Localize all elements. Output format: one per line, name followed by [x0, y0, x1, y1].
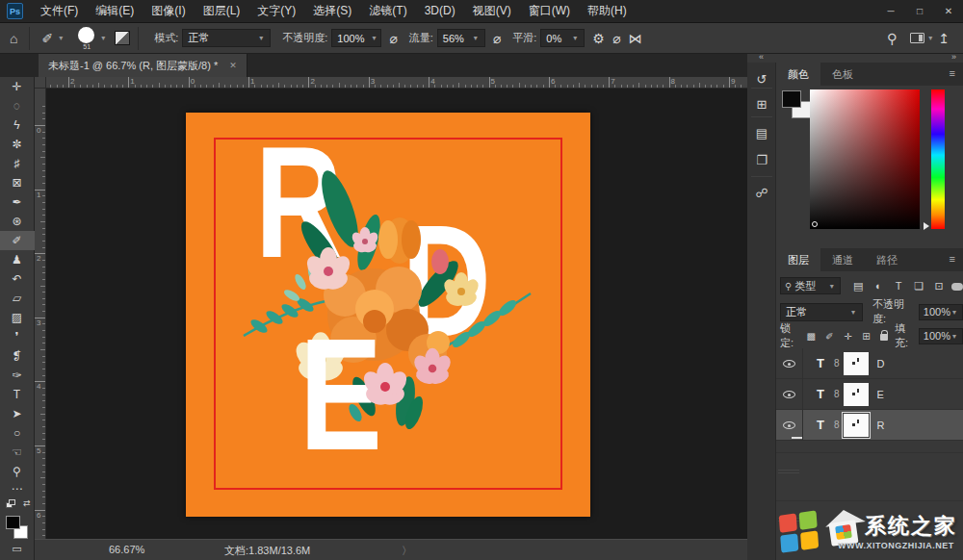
- layer-name[interactable]: D: [877, 358, 885, 369]
- chevron-down-icon[interactable]: ▾: [926, 34, 934, 42]
- filter-type-layers-icon[interactable]: T: [889, 280, 909, 293]
- path-select-tool[interactable]: ➤: [0, 404, 35, 423]
- lock-artboard-icon[interactable]: ⊞: [857, 331, 875, 342]
- toggle-brush-panel-icon[interactable]: [115, 31, 130, 45]
- zoom-level[interactable]: 66.67%: [109, 544, 144, 555]
- menu-window[interactable]: 窗口(W): [520, 0, 579, 22]
- menu-3d[interactable]: 3D(D): [416, 0, 464, 22]
- blur-tool[interactable]: ❜: [0, 327, 35, 346]
- dodge-tool[interactable]: ❡: [0, 346, 35, 366]
- hue-slider-marker[interactable]: [924, 222, 929, 230]
- filter-shape-layers-icon[interactable]: ❏: [909, 280, 929, 293]
- chevron-down-icon[interactable]: ▾: [57, 34, 65, 42]
- swap-colors-icon[interactable]: ⇄: [23, 498, 31, 508]
- layer-mask-link-icon[interactable]: 8: [834, 389, 840, 399]
- brush-tool-icon[interactable]: ✐: [38, 31, 57, 46]
- flow-select[interactable]: 56%▾: [437, 29, 485, 47]
- layer-mask-thumbnail[interactable]: [844, 352, 869, 375]
- gear-icon[interactable]: ⚙: [588, 31, 609, 46]
- pen-pressure-icon[interactable]: ⌀: [609, 31, 624, 46]
- eyedropper-tool[interactable]: ✒: [0, 192, 35, 212]
- tab-layers[interactable]: 图层: [776, 248, 820, 271]
- chevron-down-icon[interactable]: ▾: [99, 34, 107, 42]
- tab-color[interactable]: 颜色: [776, 63, 820, 86]
- ruler-origin-corner[interactable]: [35, 77, 46, 89]
- lasso-tool[interactable]: ϟ: [0, 115, 35, 135]
- menu-type[interactable]: 文字(Y): [248, 0, 304, 22]
- layer-filter-select[interactable]: ⚲ 类型 ▾: [780, 277, 841, 294]
- history-brush-tool[interactable]: ↶: [0, 269, 35, 289]
- layer-row-e[interactable]: T 8 E: [776, 379, 963, 410]
- expand-panels-icon[interactable]: »: [951, 52, 955, 62]
- history-panel-icon[interactable]: ↺: [747, 68, 776, 89]
- filter-smart-objects-icon[interactable]: ⊡: [929, 280, 950, 293]
- minimize-button[interactable]: ─: [876, 0, 905, 22]
- eraser-tool[interactable]: ▱: [0, 289, 35, 308]
- layer-blend-mode-select[interactable]: 正常▾: [780, 303, 863, 321]
- text-layer-thumbnail[interactable]: T: [811, 356, 830, 370]
- airbrush-opacity-icon[interactable]: ⌀: [385, 31, 401, 46]
- blend-mode-select[interactable]: 正常▾: [182, 29, 271, 47]
- brush-tool[interactable]: ✐: [0, 231, 35, 250]
- clone-stamp-tool[interactable]: ♟: [0, 250, 35, 269]
- marquee-tool[interactable]: ◌: [0, 96, 35, 115]
- visibility-eye-icon[interactable]: [783, 360, 795, 368]
- text-layer-thumbnail[interactable]: T: [811, 418, 830, 432]
- healing-brush-tool[interactable]: ⊛: [0, 212, 35, 231]
- gradient-tool[interactable]: ▨: [0, 308, 35, 327]
- move-tool[interactable]: ✛: [0, 77, 35, 96]
- visibility-eye-icon[interactable]: [783, 421, 795, 429]
- smoothing-select[interactable]: 0%▾: [540, 29, 585, 47]
- lock-position-icon[interactable]: ✛: [839, 331, 857, 342]
- lock-all-icon[interactable]: [880, 334, 888, 341]
- visibility-cell[interactable]: [776, 379, 803, 410]
- pen-tool[interactable]: ✑: [0, 366, 35, 385]
- layer-mask-link-icon[interactable]: 8: [834, 420, 840, 430]
- crop-tool[interactable]: ♯: [0, 154, 35, 173]
- close-tab-icon[interactable]: ✕: [229, 61, 237, 70]
- layer-mask-thumbnail[interactable]: [844, 414, 869, 437]
- zoom-tool[interactable]: ⚲: [0, 462, 35, 481]
- tab-channels[interactable]: 通道: [820, 248, 865, 271]
- panel-menu-icon[interactable]: ≡: [942, 248, 963, 271]
- lock-pixels-icon[interactable]: ✐: [820, 331, 839, 342]
- maximize-button[interactable]: □: [905, 0, 934, 22]
- color-field-marker[interactable]: [812, 221, 818, 227]
- lock-transparent-icon[interactable]: ▩: [802, 331, 820, 342]
- filter-toggle[interactable]: [951, 283, 963, 291]
- collapse-panels-icon[interactable]: «: [759, 52, 763, 62]
- share-icon[interactable]: ↥: [934, 31, 953, 46]
- menu-layer[interactable]: 图层(L): [195, 0, 249, 22]
- tab-swatches[interactable]: 色板: [820, 63, 865, 86]
- frame-tool[interactable]: ⊠: [0, 173, 35, 192]
- share-panel-icon[interactable]: ☍: [747, 182, 776, 203]
- filter-pixel-layers-icon[interactable]: ▤: [848, 280, 869, 293]
- airbrush-icon[interactable]: ⌀: [489, 31, 505, 46]
- menu-view[interactable]: 视图(V): [464, 0, 520, 22]
- foreground-background-swatch[interactable]: [3, 515, 32, 544]
- symmetry-icon[interactable]: ⋈: [624, 31, 645, 46]
- menu-file[interactable]: 文件(F): [32, 0, 87, 22]
- hand-tool[interactable]: ☜: [0, 443, 35, 462]
- screen-mode-icon[interactable]: ▭: [12, 543, 21, 555]
- close-button[interactable]: ✕: [934, 0, 963, 22]
- visibility-cell[interactable]: [776, 348, 803, 379]
- foreground-color-swatch[interactable]: [6, 516, 20, 529]
- layer-fill-select[interactable]: 100%▾: [919, 328, 963, 344]
- home-icon[interactable]: ⌂: [6, 31, 21, 46]
- filter-adjustment-layers-icon[interactable]: ◐: [869, 280, 889, 293]
- brush-preset-picker[interactable]: 51: [74, 25, 99, 52]
- visibility-cell[interactable]: [776, 410, 803, 441]
- shape-tool[interactable]: ○: [0, 423, 35, 443]
- foreground-color-swatch[interactable]: [782, 90, 801, 108]
- layer-opacity-select[interactable]: 100%▾: [919, 304, 963, 320]
- type-tool[interactable]: T: [0, 385, 35, 404]
- layer-row-d[interactable]: T 8 D: [776, 348, 963, 379]
- comments-panel-icon[interactable]: ❐: [747, 149, 776, 170]
- properties-panel-icon[interactable]: ▤: [747, 122, 776, 143]
- menu-select[interactable]: 选择(S): [304, 0, 360, 22]
- menu-edit[interactable]: 编辑(E): [87, 0, 143, 22]
- layer-row-r[interactable]: T 8 R: [776, 410, 963, 441]
- layer-mask-thumbnail[interactable]: [844, 383, 869, 406]
- visibility-eye-icon[interactable]: [783, 391, 795, 398]
